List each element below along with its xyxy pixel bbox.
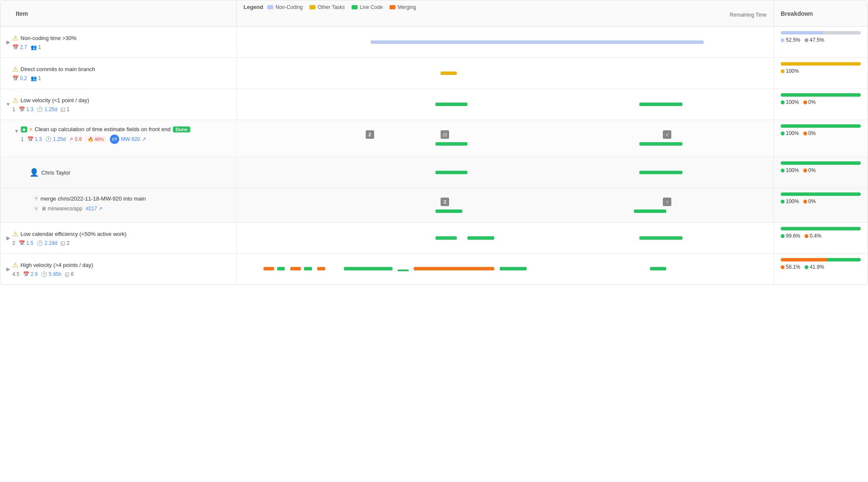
row-title-line: ⚠ Direct commits to main branch (12, 65, 95, 73)
expand-button[interactable]: ▼ (4, 100, 12, 109)
breakdown-seg-1 (781, 31, 823, 34)
meta-clock: 🕐 5.95h (41, 271, 61, 277)
gantt-bar-green2 (639, 142, 682, 146)
warning-icon: ⚠ (12, 96, 18, 104)
expand-button[interactable]: ▶ (4, 265, 12, 273)
bd-dot-orange (805, 234, 808, 238)
breakdown-labels: 100% 0% (781, 99, 861, 105)
row-title: Low calendar efficiency (<50% active wor… (20, 231, 126, 237)
breakdown-seg-1 (781, 192, 861, 196)
diff-icon: ⑂ (34, 205, 38, 212)
other-tasks-label: Other Tasks (318, 4, 345, 10)
bd-dot-1 (781, 69, 785, 73)
meta-clock: 🕐 1.25d (45, 136, 66, 142)
row-title: Chris Taylor (41, 169, 70, 176)
meta-calendar: 📅 1.3 (27, 136, 42, 142)
expand-button[interactable]: ▼ (12, 127, 21, 135)
row-item-cell: ▶ ⚠ Low calendar efficiency (<50% active… (0, 223, 237, 253)
gantt-bar-green2 (639, 171, 682, 174)
legend-items-row: Legend Non-Coding Other Tasks Live Code … (243, 4, 767, 10)
breakdown-label-orange: 0% (803, 167, 816, 173)
warning-icon: ⚠ (12, 34, 18, 42)
repo-icon: 🖥 (41, 206, 46, 212)
meta-ticket: ◱ 1 (60, 106, 69, 112)
expand-button[interactable]: ▶ (4, 234, 12, 242)
legend-live-code: Live Code (352, 4, 383, 10)
breakdown-column-header: Breakdown (774, 0, 868, 26)
breakdown-bar (781, 227, 861, 230)
gantt-bar-3 (290, 267, 301, 270)
table-row: ▼ ⚠ Low velocity (<1 point / day) 1 📅 1.… (0, 89, 868, 120)
row-meta: ⑂ 🖥 minwareco/app #217 ↗ (34, 205, 146, 212)
gantt-bar-green1 (435, 142, 468, 146)
meta-calendar: 📅 1.3 (19, 106, 34, 112)
gantt-bar-non-coding (371, 40, 704, 44)
ticket-icon: ◱ (65, 271, 69, 277)
breakdown-seg-1 (781, 93, 861, 97)
ticket-icon: ◱ (60, 240, 65, 246)
row-title: Low velocity (<1 point / day) (20, 97, 89, 103)
avatar: CT (110, 135, 119, 144)
meta-repo: 🖥 minwareco/app (41, 206, 82, 212)
warning-icon: ⚠ (12, 261, 18, 269)
pr-link[interactable]: #217 ↗ (86, 206, 103, 212)
row-meta: 4.5 📅 2.9 🕐 5.95h ◱ 6 (12, 271, 93, 277)
clock-icon: 🕐 (37, 106, 43, 112)
breakdown-label-orange: 0.4% (805, 233, 821, 239)
row-item-content: ⚠ Low calendar efficiency (<50% active w… (12, 230, 126, 246)
meta-prefix: 1 (12, 106, 15, 112)
table-header: Item Legend Non-Coding Other Tasks Live … (0, 0, 868, 27)
breakdown-bar (781, 62, 861, 66)
gantt-bars (237, 267, 773, 271)
row-item-content: ⚠ Low velocity (<1 point / day) 1 📅 1.3 … (12, 96, 89, 112)
row-title-line: ⚠ Low calendar efficiency (<50% active w… (12, 230, 126, 238)
gantt-bar-green1 (435, 236, 457, 240)
breakdown-bar (781, 124, 861, 128)
breakdown-labels: 100% 0% (781, 167, 861, 173)
other-tasks-swatch (309, 5, 315, 9)
row-meta: 1 📅 1.3 🕐 1.25d ◱ 1 (12, 106, 89, 112)
breakdown-label-orange: 0% (803, 130, 816, 136)
gantt-bar-yellow (441, 72, 457, 75)
clock-icon: 🕐 (41, 271, 47, 277)
breakdown-labels: 100% (781, 68, 861, 74)
item-column-header: Item (0, 0, 237, 26)
gantt-bars (237, 236, 773, 240)
bd-dot-orange (803, 200, 807, 204)
breakdown-seg-green (827, 258, 861, 261)
live-code-swatch (352, 5, 358, 9)
row-title: Clean up calculation of time estimate fi… (34, 126, 170, 132)
non-coding-label: Non-Coding (275, 4, 303, 10)
row-breakdown-cell: 100% 0% (774, 120, 868, 157)
table-row: ▶ ⚠ Non-coding time >30% 📅 2.7 👥 1 (0, 27, 868, 58)
gantt-marker-merge: ⑂ (663, 198, 671, 206)
arrow-up-icon: ↗ (69, 136, 73, 142)
row-breakdown-cell: 100% 0% (774, 89, 868, 120)
bd-dot-orange (803, 132, 807, 135)
row-item-content: ⑂ merge chris/2022-11-18-MW-920 into mai… (34, 195, 146, 212)
gantt-bar-7 (398, 270, 408, 271)
gantt-bar-green1 (435, 171, 468, 174)
expand-button[interactable]: ▶ (4, 38, 12, 46)
gantt-bar-green1 (435, 209, 462, 213)
jira-link[interactable]: MW-920 ↗ (121, 136, 146, 142)
row-meta: 1 📅 1.3 🕐 1.25d ↗ 0.8 🔥 (21, 135, 190, 144)
row-breakdown-cell: 58.1% 41.9% (774, 254, 868, 284)
breakdown-label-green: 100% (781, 130, 799, 136)
breakdown-labels: 100% 0% (781, 130, 861, 136)
gantt-bar-5 (317, 267, 325, 270)
breakdown-label-orange: 58.1% (781, 264, 800, 270)
row-title-line: ⚠ High velocity (>4 points / day) (12, 261, 93, 269)
row-title: High velocity (>4 points / day) (20, 262, 93, 268)
meta-calendar: 📅 0.2 (12, 75, 27, 81)
meta-calendar: 📅 2.7 (12, 44, 27, 50)
row-gantt-cell (237, 254, 774, 284)
gantt-bar-9 (500, 267, 527, 270)
meta-calendar: 📅 2.9 (23, 271, 38, 277)
gantt-bars (237, 72, 773, 75)
pr-icon: ⑂ (34, 195, 38, 202)
row-gantt-cell (237, 58, 774, 89)
row-gantt-cell (237, 223, 774, 253)
meta-clock: 🕐 1.25d (37, 106, 57, 112)
breakdown-label-orange: 0% (803, 198, 816, 204)
